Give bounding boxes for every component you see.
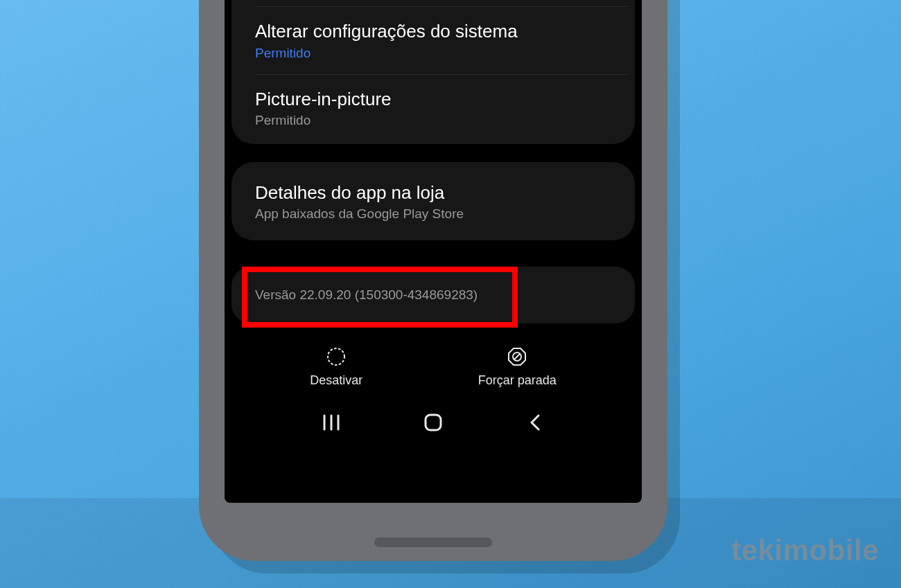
svg-line-3 [514, 354, 520, 359]
system-navbar [225, 393, 642, 443]
setting-title: Alterar configurações do sistema [255, 20, 611, 43]
permissions-card: Aparecer sobre outros Ativado Alterar co… [231, 0, 635, 144]
recents-icon [322, 414, 341, 431]
disable-icon [326, 347, 346, 366]
store-subtitle: App baixados da Google Play Store [255, 206, 611, 222]
setting-appear-on-top[interactable]: Aparecer sobre outros Ativado [231, 0, 635, 6]
store-details-card[interactable]: Detalhes do app na loja App baixados da … [231, 162, 635, 240]
stop-icon [507, 347, 527, 366]
force-stop-button[interactable]: Forçar parada [478, 347, 557, 388]
watermark: tekimobile [731, 534, 879, 567]
home-indicator [374, 537, 492, 547]
svg-point-0 [328, 348, 344, 365]
disable-button[interactable]: Desativar [310, 347, 362, 388]
store-title: Detalhes do app na loja [255, 181, 611, 204]
back-button[interactable] [518, 409, 552, 436]
setting-title: Picture-in-picture [255, 88, 611, 111]
force-stop-label: Forçar parada [478, 373, 557, 388]
action-bar: Desativar Forçar parada [225, 330, 642, 393]
home-icon [424, 413, 442, 431]
version-card[interactable]: Versão 22.09.20 (150300-434869283) [231, 267, 635, 323]
setting-subtitle: Permitido [255, 113, 611, 129]
setting-subtitle: Permitido [255, 46, 611, 62]
setting-picture-in-picture[interactable]: Picture-in-picture Permitido [231, 74, 635, 141]
setting-modify-system[interactable]: Alterar configurações do sistema Permiti… [231, 6, 635, 73]
phone-screen: Aparecer sobre outros Ativado Alterar co… [225, 0, 642, 503]
settings-content: Aparecer sobre outros Ativado Alterar co… [225, 0, 642, 443]
phone-frame: Aparecer sobre outros Ativado Alterar co… [199, 0, 667, 561]
recents-button[interactable] [314, 409, 349, 436]
svg-rect-7 [426, 415, 441, 430]
disable-label: Desativar [310, 373, 362, 388]
back-icon [528, 413, 542, 432]
version-label: Versão 22.09.20 (150300-434869283) [231, 267, 635, 323]
background: Aparecer sobre outros Ativado Alterar co… [0, 0, 901, 588]
home-button[interactable] [416, 409, 450, 436]
